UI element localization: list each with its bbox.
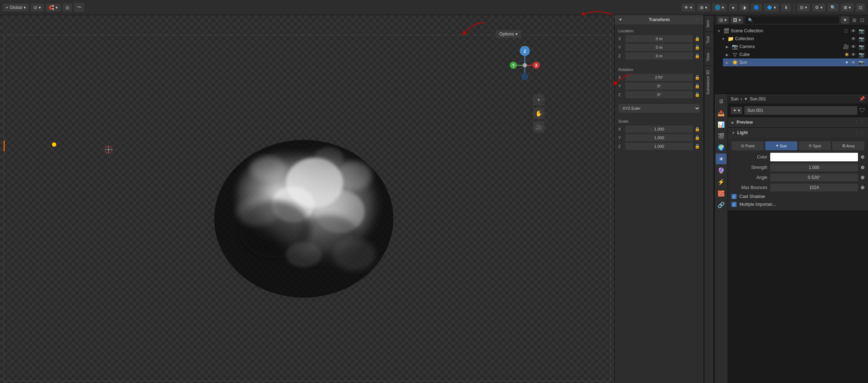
outliner-display-type-btn[interactable]: 🖼 ▾ bbox=[731, 16, 743, 24]
zoom-in-btn[interactable]: ＋ bbox=[533, 94, 545, 105]
scale-x-input[interactable] bbox=[625, 126, 693, 133]
view-tab[interactable]: View bbox=[704, 48, 714, 66]
pin-btn[interactable]: 📌 bbox=[859, 96, 865, 101]
rot-x-input[interactable] bbox=[625, 74, 693, 81]
color-dot[interactable] bbox=[861, 155, 864, 159]
max-bounces-input[interactable] bbox=[770, 184, 858, 192]
shield-btn[interactable]: 🛡 bbox=[859, 107, 865, 114]
render-props-btn[interactable]: 🖥 bbox=[716, 96, 726, 107]
preview-dots[interactable]: ⋮⋮ bbox=[854, 119, 864, 125]
loc-y-input[interactable] bbox=[625, 44, 693, 51]
rot-y-lock[interactable]: 🔒 bbox=[694, 84, 700, 89]
multiple-importance-checkbox[interactable]: ✓ bbox=[732, 202, 737, 207]
loc-x-input[interactable] bbox=[625, 35, 693, 42]
item-tab[interactable]: Item bbox=[704, 15, 714, 32]
tree-item-sun[interactable]: ▶ ☀️ Sun ✦ 👁 📷 bbox=[723, 58, 868, 66]
visibility-btn[interactable]: 👁 bbox=[850, 28, 857, 34]
tree-item-camera[interactable]: ▶ 📷 Camera 🎥 👁 📷 bbox=[723, 43, 868, 51]
outliner-funnel-btn[interactable]: ⊠ bbox=[852, 16, 857, 24]
restrict-btn[interactable]: ⊡ bbox=[856, 4, 865, 11]
tree-item-scene-collection[interactable]: ▼ 🎬 Scene Collection ☑ 👁 📷 bbox=[714, 27, 868, 35]
loc-x-lock[interactable]: 🔒 bbox=[694, 36, 700, 41]
cast-shadow-checkbox[interactable]: ✓ bbox=[732, 194, 737, 199]
rot-x-lock[interactable]: 🔒 bbox=[694, 75, 700, 80]
scale-x-lock[interactable]: 🔒 bbox=[694, 127, 700, 132]
autokey-btn[interactable]: 〜 bbox=[74, 3, 84, 12]
constraints-btn[interactable]: 🔗 bbox=[716, 199, 726, 210]
col-camera-btn[interactable]: 📷 bbox=[858, 36, 865, 42]
object-data-props-btn[interactable]: ☀ bbox=[716, 153, 726, 164]
point-light-btn[interactable]: ◎ Point bbox=[732, 141, 764, 150]
shading-rendered-btn2[interactable]: 🔵 bbox=[751, 4, 762, 11]
filter-btn[interactable]: ⚙ ▾ bbox=[812, 4, 825, 11]
col-visibility-btn[interactable]: 👁 bbox=[850, 36, 857, 42]
shading-solid-btn[interactable]: ● bbox=[729, 4, 737, 11]
cube-camera-btn[interactable]: 📷 bbox=[858, 52, 865, 57]
viewport-shading-rendered-btn[interactable]: 👁 ▾ bbox=[681, 4, 695, 11]
substance3d-tab[interactable]: Substance 3D bbox=[704, 65, 714, 99]
object-icon-btn[interactable]: ✦ ▾ bbox=[731, 107, 742, 114]
transform-orientation-dropdown[interactable]: ⌖ Global ▾ bbox=[3, 4, 29, 11]
cube-visibility-btn[interactable]: 👁 bbox=[850, 52, 857, 57]
view-layer-btn[interactable]: 📊 bbox=[716, 119, 726, 130]
outliner-restrict-btn[interactable]: ⊡ bbox=[859, 16, 865, 24]
outliner-filter-btn[interactable]: ▼ bbox=[841, 16, 849, 24]
light-object-dot[interactable] bbox=[52, 142, 56, 147]
outliner-display-btn[interactable]: ⊟ ▾ bbox=[797, 4, 810, 11]
outliner-mode-btn[interactable]: ⊟ ▾ bbox=[717, 16, 729, 24]
viewport-canvas[interactable]: Z X Y bbox=[0, 15, 614, 383]
sun-visibility-btn[interactable]: 👁 bbox=[850, 60, 857, 65]
spot-light-btn[interactable]: ⊙ Spot bbox=[799, 141, 831, 150]
scale-y-input[interactable] bbox=[625, 134, 693, 141]
pivot-point-btn[interactable]: ⊙ ▾ bbox=[31, 4, 44, 11]
physics-btn[interactable]: 🧱 bbox=[716, 188, 726, 199]
loc-z-lock[interactable]: 🔒 bbox=[694, 53, 700, 58]
euler-mode-select[interactable]: XYZ Euler bbox=[618, 104, 700, 113]
particles-btn[interactable]: ⚡ bbox=[716, 176, 726, 187]
output-props-btn[interactable]: 📤 bbox=[716, 108, 726, 118]
navigation-gizmo[interactable]: Z X Y bbox=[507, 44, 543, 87]
scale-y-lock[interactable]: 🔒 bbox=[694, 135, 700, 140]
light-section-header[interactable]: ▼ Light ⋮⋮ bbox=[728, 128, 868, 138]
preview-section-header[interactable]: ▶ Preview ⋮⋮ bbox=[728, 117, 868, 127]
proportional-edit-btn[interactable]: ◎ bbox=[63, 4, 72, 11]
pause-btn[interactable]: ⏸ bbox=[781, 4, 791, 11]
viewport-overlays-btn[interactable]: ⊞ ▾ bbox=[697, 4, 710, 11]
color-picker[interactable] bbox=[770, 153, 858, 161]
strength-dot[interactable] bbox=[861, 166, 864, 169]
camera-view-btn[interactable]: 🎥 bbox=[533, 121, 545, 133]
tree-item-cube[interactable]: ▶ ▽ Cube ✱ 👁 📷 bbox=[723, 51, 868, 58]
sun-light-btn[interactable]: ✦ Sun bbox=[765, 141, 797, 150]
light-dots[interactable]: ⋮⋮ bbox=[854, 130, 864, 136]
rot-z-input[interactable] bbox=[625, 91, 693, 98]
area-light-btn[interactable]: ⊞ Area bbox=[832, 141, 864, 150]
material-props-btn[interactable]: 🔮 bbox=[716, 165, 726, 176]
cam-camera-btn[interactable]: 📷 bbox=[858, 44, 865, 49]
pan-btn[interactable]: ✋ bbox=[533, 108, 545, 119]
max-bounces-dot[interactable] bbox=[861, 186, 864, 189]
loc-y-lock[interactable]: 🔒 bbox=[694, 45, 700, 50]
camera-restrict-btn[interactable]: 📷 bbox=[858, 28, 865, 34]
angle-input[interactable] bbox=[770, 174, 858, 181]
tree-item-collection[interactable]: ▼ 📁 Collection 👁 📷 bbox=[719, 35, 868, 43]
checkbox-btn[interactable]: ☑ bbox=[843, 28, 849, 34]
search-btn[interactable]: 🔍 bbox=[828, 4, 839, 11]
object-name-input[interactable] bbox=[744, 106, 857, 115]
snap-btn[interactable]: 🧲 ▾ bbox=[46, 4, 61, 11]
loc-z-input[interactable] bbox=[625, 52, 693, 60]
rot-z-lock[interactable]: 🔒 bbox=[694, 92, 700, 97]
sun-camera-btn[interactable]: 📷 bbox=[858, 60, 865, 65]
scale-z-lock[interactable]: 🔒 bbox=[694, 144, 700, 149]
angle-dot[interactable] bbox=[861, 176, 864, 179]
world-props-btn[interactable]: 🌍 bbox=[716, 142, 726, 153]
funnel-btn[interactable]: ⊠ ▾ bbox=[841, 4, 854, 11]
viewport-gizmos-btn[interactable]: 🌐 ▾ bbox=[712, 4, 727, 11]
outliner-search[interactable] bbox=[745, 16, 839, 24]
viewport-area[interactable]: Z X Y bbox=[0, 15, 614, 383]
tool-tab[interactable]: Tool bbox=[704, 32, 714, 48]
strength-input[interactable] bbox=[770, 164, 858, 171]
shading-eevee-btn[interactable]: 🔷 ▾ bbox=[764, 4, 779, 11]
scene-props-btn[interactable]: 🎬 bbox=[716, 131, 726, 141]
scale-z-input[interactable] bbox=[625, 143, 693, 150]
options-button[interactable]: Options ▾ bbox=[496, 30, 521, 38]
